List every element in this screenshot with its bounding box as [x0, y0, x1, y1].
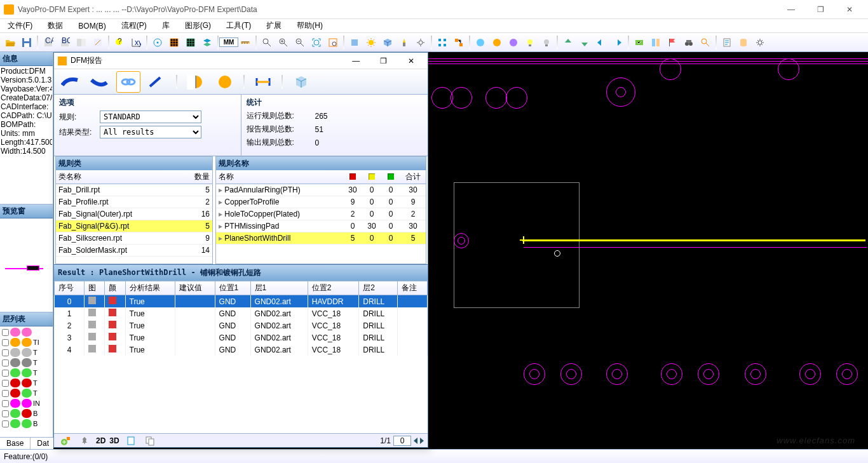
layer-row[interactable]: T	[1, 358, 52, 368]
check-board-icon[interactable]	[632, 35, 647, 50]
dfm-tool-wave1-icon[interactable]	[58, 71, 82, 93]
layer-row[interactable]: TI	[1, 337, 52, 347]
preview-canvas[interactable]	[0, 218, 53, 312]
zoom-out-icon[interactable]	[292, 35, 308, 50]
flag-icon[interactable]	[665, 35, 680, 50]
view-3d-button[interactable]: 3D	[109, 436, 119, 445]
grid2-icon[interactable]	[183, 35, 198, 50]
page-next-icon[interactable]	[420, 438, 424, 444]
binoculars-icon[interactable]	[681, 35, 696, 50]
view-settings-icon[interactable]	[413, 35, 428, 50]
result-row[interactable]: 1TrueGNDGND02.artVCC_18DRILL	[55, 307, 428, 319]
zoom-window-icon[interactable]	[325, 35, 341, 50]
tab-dat[interactable]: Dat	[31, 438, 56, 449]
search2-icon[interactable]	[698, 35, 713, 50]
dfm-tool-wave2-icon[interactable]	[87, 71, 111, 93]
view-top-icon[interactable]	[347, 35, 362, 50]
layer-row[interactable]: B	[1, 419, 52, 429]
zoom-fit-icon[interactable]	[309, 35, 324, 50]
layer-row[interactable]: IN	[1, 398, 52, 408]
copy-icon[interactable]	[142, 433, 158, 448]
query-icon[interactable]: ?	[112, 35, 127, 50]
result-row[interactable]: 0TrueGNDGND02.artHAVDDRDRILL	[55, 295, 428, 308]
layer-check[interactable]	[2, 370, 9, 377]
arrow-right-icon[interactable]	[610, 35, 625, 50]
save-icon[interactable]	[19, 35, 34, 50]
menu-library[interactable]: 库	[157, 19, 175, 32]
layer-check[interactable]	[2, 329, 9, 336]
add-icon[interactable]	[58, 433, 73, 448]
pin-icon[interactable]	[77, 433, 92, 448]
target-icon[interactable]	[150, 35, 165, 50]
result-col[interactable]: 位置2	[308, 281, 358, 295]
ruleclass-row[interactable]: Fab_Profile.rpt2	[56, 196, 212, 208]
layer-check[interactable]	[2, 390, 9, 397]
menu-bom[interactable]: BOM(B)	[73, 20, 111, 32]
result-row[interactable]: 2TrueGNDGND02.artVCC_18DRILL	[55, 319, 428, 332]
view-2d-button[interactable]: 2D	[96, 436, 105, 445]
doc-icon[interactable]	[123, 433, 139, 448]
bulb-on-icon[interactable]	[522, 35, 538, 50]
data-edit-icon[interactable]	[90, 35, 105, 50]
menu-tools[interactable]: 工具(T)	[221, 19, 256, 32]
layer-row[interactable]: T	[1, 347, 52, 358]
tab-base[interactable]: Base	[0, 438, 31, 449]
ruleclass-row[interactable]: Fab_Drill.rpt5	[56, 184, 212, 196]
dfm-close-button[interactable]: ✕	[398, 53, 424, 69]
result-row[interactable]: 4TrueGNDGND02.artVCC_18DRILL	[55, 344, 428, 356]
database-icon[interactable]	[736, 35, 751, 50]
import-cad-icon[interactable]: CAD	[41, 35, 56, 50]
report-icon[interactable]	[719, 35, 735, 50]
result-col[interactable]: 备注	[397, 281, 428, 295]
minimize-button[interactable]: —	[776, 0, 806, 19]
result-col[interactable]: 颜	[105, 281, 125, 295]
layer-row[interactable]	[1, 327, 52, 337]
view-iso-icon[interactable]	[380, 35, 395, 50]
group-icon[interactable]	[451, 35, 466, 50]
dfm-tool-box-icon[interactable]	[289, 71, 313, 93]
xy-icon[interactable]: xy	[128, 35, 144, 50]
rulename-row[interactable]: ▸ CopperToProfile9009	[216, 196, 426, 208]
import-bom-icon[interactable]: BOM	[57, 35, 72, 50]
rulename-row[interactable]: ▸ PTHMissingPad030030	[216, 220, 426, 232]
ruler-icon[interactable]	[238, 35, 253, 50]
dfm-tool-link-icon[interactable]	[116, 71, 140, 93]
rulename-row[interactable]: ▸ HoleToCopper(Plated)2002	[216, 208, 426, 220]
layer-check[interactable]	[2, 359, 9, 366]
result-col[interactable]: 层1	[250, 281, 308, 295]
sphere-purple-icon[interactable]	[506, 35, 521, 50]
layer-row[interactable]: B	[1, 408, 52, 419]
layer-row[interactable]: T	[1, 388, 52, 398]
layer-check[interactable]	[2, 339, 9, 346]
result-col[interactable]: 图	[85, 281, 105, 295]
dfm-min-button[interactable]: —	[343, 53, 369, 69]
sphere-blue-icon[interactable]	[473, 35, 488, 50]
resulttype-select[interactable]: All results	[100, 126, 201, 138]
result-col[interactable]: 位置1	[215, 281, 250, 295]
close-button[interactable]: ✕	[835, 0, 864, 19]
layer-row[interactable]: T	[1, 368, 52, 378]
layer-check[interactable]	[2, 420, 9, 427]
dfm-tool-line-icon[interactable]	[146, 71, 170, 93]
result-table[interactable]: 序号图颜分析结果建议值位置1层1位置2层2备注 0TrueGNDGND02.ar…	[54, 281, 428, 433]
page-prev-icon[interactable]	[414, 438, 417, 444]
ruleclass-row[interactable]: Fab_Signal(P&G).rpt5	[56, 220, 212, 232]
page-input[interactable]	[393, 436, 411, 446]
grid-icon[interactable]	[166, 35, 182, 50]
sphere-orange-icon[interactable]	[489, 35, 505, 50]
layer-row[interactable]: T	[1, 378, 52, 388]
result-row[interactable]: 3TrueGNDGND02.artVCC_18DRILL	[55, 332, 428, 344]
rulenames-table[interactable]: 名称 合计 ▸ PadAnnularRing(PTH)300030▸ Coppe…	[216, 170, 426, 245]
menu-file[interactable]: 文件(F)	[3, 19, 37, 32]
layer-check[interactable]	[2, 380, 9, 387]
dfm-tool-halfcircle-icon[interactable]	[184, 71, 208, 93]
ruleclass-row[interactable]: Fab_Signal(Outer).rpt16	[56, 208, 212, 220]
result-col[interactable]: 分析结果	[125, 281, 175, 295]
import-combo-icon[interactable]	[74, 35, 89, 50]
result-col[interactable]: 建议值	[175, 281, 215, 295]
view-light-icon[interactable]	[397, 35, 412, 50]
dfm-tool-circle-icon[interactable]	[213, 71, 237, 93]
ruleclass-row[interactable]: Fab_Silkscreen.rpt9	[56, 232, 212, 245]
ruleclasses-table[interactable]: 类名称数量 Fab_Drill.rpt5Fab_Profile.rpt2Fab_…	[56, 170, 212, 257]
units-mm-button[interactable]: MM	[221, 35, 236, 50]
